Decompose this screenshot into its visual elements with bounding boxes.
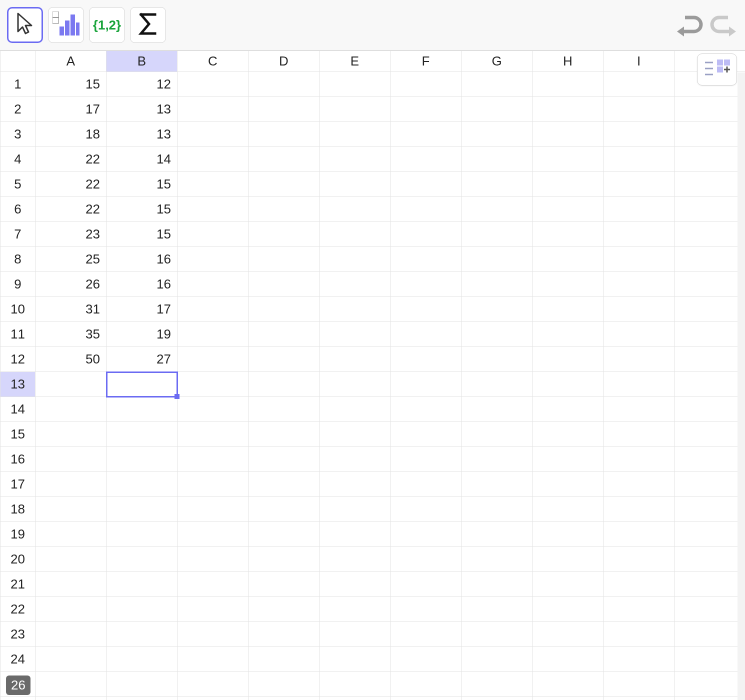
cell[interactable]	[178, 397, 248, 422]
vertical-scrollbar[interactable]	[738, 72, 745, 700]
cell[interactable]	[248, 247, 320, 272]
cell[interactable]	[604, 397, 674, 422]
cell[interactable]	[604, 547, 674, 572]
cell[interactable]: 23	[36, 222, 106, 247]
cell[interactable]	[462, 197, 532, 222]
row-header[interactable]: 11	[0, 322, 36, 347]
cell[interactable]	[320, 347, 390, 372]
cell[interactable]: 19	[106, 322, 178, 347]
cell[interactable]	[390, 197, 462, 222]
cell[interactable]	[462, 547, 532, 572]
cell[interactable]	[320, 72, 390, 97]
cell[interactable]	[106, 372, 178, 397]
cell[interactable]	[106, 697, 178, 700]
cell[interactable]: 16	[106, 247, 178, 272]
cell[interactable]	[532, 372, 604, 397]
cell[interactable]	[462, 397, 532, 422]
cell[interactable]	[178, 472, 248, 497]
cell[interactable]	[36, 647, 106, 672]
cell[interactable]	[36, 622, 106, 647]
cell[interactable]	[248, 622, 320, 647]
cell[interactable]	[674, 522, 746, 547]
row-header[interactable]: 14	[0, 397, 36, 422]
cell[interactable]	[178, 272, 248, 297]
cell[interactable]	[604, 622, 674, 647]
cell[interactable]	[320, 172, 390, 197]
cell[interactable]	[320, 297, 390, 322]
cell[interactable]	[532, 597, 604, 622]
cell[interactable]: 22	[36, 172, 106, 197]
cell[interactable]	[320, 672, 390, 697]
cell[interactable]: 18	[36, 122, 106, 147]
cell[interactable]	[178, 72, 248, 97]
cell[interactable]	[390, 422, 462, 447]
cell[interactable]	[604, 347, 674, 372]
cell[interactable]	[532, 397, 604, 422]
cell[interactable]	[674, 122, 746, 147]
row-header[interactable]: 16	[0, 447, 36, 472]
cell[interactable]	[604, 522, 674, 547]
cell[interactable]	[604, 222, 674, 247]
cell[interactable]	[36, 447, 106, 472]
cell[interactable]	[178, 322, 248, 347]
row-header[interactable]: 20	[0, 547, 36, 572]
cell[interactable]	[178, 297, 248, 322]
cell[interactable]	[248, 697, 320, 700]
row-header[interactable]: 9	[0, 272, 36, 297]
cell[interactable]	[320, 547, 390, 572]
cell[interactable]: 12	[106, 72, 178, 97]
row-header[interactable]: 2	[0, 97, 36, 122]
cell[interactable]	[106, 622, 178, 647]
sum-tool-button[interactable]	[130, 7, 166, 43]
cell[interactable]	[462, 247, 532, 272]
cell[interactable]	[106, 547, 178, 572]
cell[interactable]	[106, 447, 178, 472]
cell[interactable]	[248, 72, 320, 97]
cell[interactable]	[674, 197, 746, 222]
cell[interactable]	[248, 222, 320, 247]
cell[interactable]	[462, 597, 532, 622]
row-header[interactable]: 15	[0, 422, 36, 447]
cell[interactable]	[674, 447, 746, 472]
cell[interactable]	[178, 372, 248, 397]
cell[interactable]	[532, 272, 604, 297]
cell[interactable]	[604, 197, 674, 222]
cell[interactable]	[248, 447, 320, 472]
row-header[interactable]: 26	[0, 697, 36, 700]
cell[interactable]	[320, 622, 390, 647]
cell[interactable]	[604, 647, 674, 672]
cell[interactable]	[604, 372, 674, 397]
cell[interactable]	[674, 222, 746, 247]
cell[interactable]: 27	[106, 347, 178, 372]
cell[interactable]	[674, 472, 746, 497]
cell[interactable]	[248, 672, 320, 697]
cell[interactable]	[532, 247, 604, 272]
row-header[interactable]: 19	[0, 522, 36, 547]
cell[interactable]	[674, 172, 746, 197]
cell[interactable]: 26	[36, 272, 106, 297]
cell[interactable]	[674, 397, 746, 422]
cell[interactable]	[320, 122, 390, 147]
cell[interactable]	[320, 222, 390, 247]
cell[interactable]	[532, 172, 604, 197]
cell[interactable]	[320, 147, 390, 172]
cell[interactable]	[604, 147, 674, 172]
cell[interactable]	[462, 72, 532, 97]
cell[interactable]	[36, 522, 106, 547]
cell[interactable]	[532, 522, 604, 547]
undo-button[interactable]	[675, 12, 704, 38]
cell[interactable]	[106, 522, 178, 547]
cell[interactable]	[248, 297, 320, 322]
cell[interactable]	[462, 697, 532, 700]
cell[interactable]	[390, 147, 462, 172]
cell[interactable]	[178, 222, 248, 247]
cell[interactable]	[248, 547, 320, 572]
cell[interactable]	[462, 372, 532, 397]
cell[interactable]	[462, 422, 532, 447]
cell[interactable]	[532, 497, 604, 522]
cell[interactable]	[462, 572, 532, 597]
cell[interactable]	[390, 397, 462, 422]
cell[interactable]	[462, 447, 532, 472]
cell[interactable]	[178, 422, 248, 447]
cell[interactable]	[248, 497, 320, 522]
